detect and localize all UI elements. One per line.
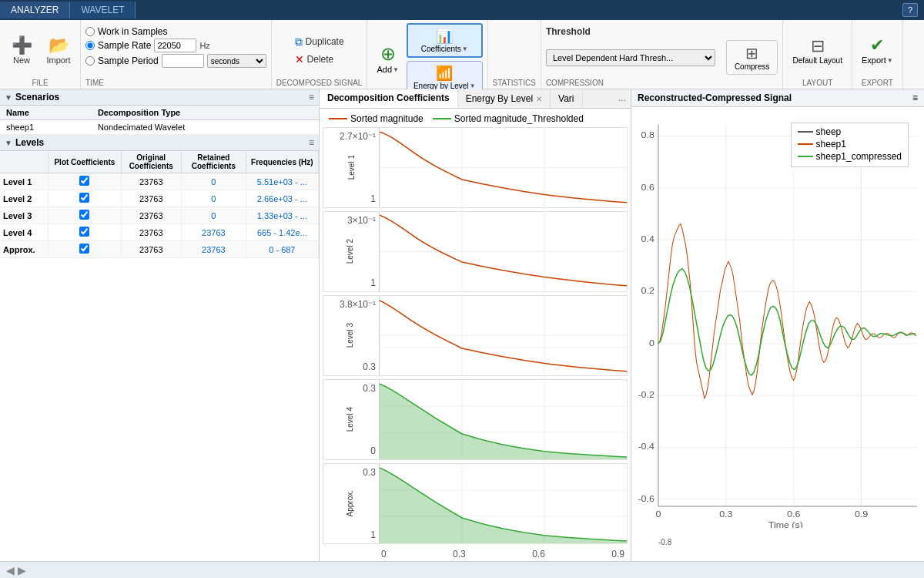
ribbon-file-buttons: ➕ New 📂 Import [5,23,75,77]
sample-period-radio[interactable] [85,56,95,66]
nav-right[interactable]: ▶ [18,564,26,576]
table-row[interactable]: sheep1Nondecimated Wavelet [0,120,319,135]
ribbon-display-section: ⊕ Add ▼ 📊 Coefficients ▼ [367,20,487,89]
nav-left[interactable]: ◀ [6,564,15,576]
level-plot-checkbox-cell[interactable] [49,173,121,190]
new-button[interactable]: ➕ New [5,33,38,67]
energy-dropdown[interactable]: ▼ [470,82,476,89]
right-legend-sheep: sheep [798,126,902,137]
decomposed-col: ⧉ Duplicate ✕ Delete [290,34,349,67]
level-name: Level 2 [0,190,49,207]
default-layout-button[interactable]: ⊟ Default Layout [788,34,847,67]
tab-energy-by-level[interactable]: Energy By Level ✕ [458,89,551,108]
levels-header: ▼ Levels ≡ [0,135,319,151]
svg-text:0.6: 0.6 [787,509,801,519]
tab-wavelet[interactable]: WAVELET [70,2,136,18]
duplicate-button[interactable]: ⧉ Duplicate [290,34,349,50]
level-plot-checkbox-cell[interactable] [49,190,121,207]
level-plot-checkbox[interactable] [79,193,89,203]
title-bar-right: ? [902,3,924,17]
import-button[interactable]: 📂 Import [42,33,75,67]
level-plot-checkbox-cell[interactable] [49,241,121,258]
right-panel-menu[interactable]: ≡ [912,92,918,103]
export-button[interactable]: ✔ Export ▼ [857,33,898,67]
tab-decomposition-coefficients[interactable]: Decomposition Coefficients [320,89,458,108]
chart-level4: 0.3 Level 4 0 [323,379,628,460]
help-button[interactable]: ? [902,3,918,17]
chart-level1-area [379,128,627,207]
work-in-samples-option[interactable]: Work in Samples [85,26,266,37]
legend-sorted-magnitude: Sorted magnitude [329,113,424,124]
scenarios-triangle[interactable]: ▼ [5,93,12,102]
chart-approx-name: Approx. [346,490,354,516]
main-area: ▼ Scenarios ≡ Name Decomposition Type sh… [0,89,924,561]
compress-button[interactable]: ⊞ Compress [726,40,778,75]
threshold-select[interactable]: Level Dependent Hard Thresh... [546,49,715,66]
level-plot-checkbox[interactable] [79,227,89,237]
chart-level4-ylabel: 0.3 Level 4 0 [323,380,379,459]
levels-col-original: Original Coefficients [121,151,182,173]
duplicate-label: Duplicate [306,36,344,47]
sample-period-option[interactable]: Sample Period seconds milliseconds [85,54,266,68]
level-plot-checkbox[interactable] [79,210,89,220]
table-row[interactable]: Approx. 23763 23763 0 - 687 [0,241,319,258]
scenarios-table: Name Decomposition Type sheep1Nondecimat… [0,106,319,135]
svg-text:-0.4: -0.4 [638,442,654,452]
svg-text:0.8: 0.8 [641,130,655,140]
ribbon-export-section: ✔ Export ▼ EXPORT [852,20,903,89]
legend-sorted-magnitude-thresholded: Sorted magnitude_Thresholded [433,113,584,124]
add-button[interactable]: ⊕ Add ▼ [372,41,403,76]
svg-text:-0.6: -0.6 [638,493,654,503]
layout-section-label: LAYOUT [802,77,832,87]
add-dropdown[interactable]: ▼ [393,66,399,73]
work-in-samples-radio[interactable] [85,27,95,36]
coefficients-button[interactable]: 📊 Coefficients ▼ [407,23,483,58]
charts-area: Sorted magnitude Sorted magnitude_Thresh… [320,109,631,561]
legend-green-line [433,118,451,119]
ribbon-decomposed-section: ⧉ Duplicate ✕ Delete DECOMPOSED SIGNAL [272,20,368,89]
sample-rate-input[interactable] [154,39,196,52]
coeff-dropdown[interactable]: ▼ [462,45,468,52]
sample-rate-radio[interactable] [85,41,95,50]
ribbon-time-section: Work in Samples Sample Rate Hz Sample Pe… [81,20,272,89]
chart-level4-area [379,380,627,459]
level-plot-checkbox[interactable] [79,244,89,254]
sample-rate-option[interactable]: Sample Rate Hz [85,39,266,52]
legend-orange-line [329,118,347,119]
delete-label: Delete [307,54,334,65]
sample-period-input[interactable] [162,54,204,68]
energy-icon: 📶 [436,65,453,82]
levels-menu-button[interactable]: ≡ [309,137,314,148]
export-dropdown[interactable]: ▼ [887,57,893,64]
svg-rect-23 [634,110,921,528]
xaxis-09: 0.9 [611,549,624,560]
layout-icon: ⊟ [811,36,825,56]
new-label: New [13,55,30,65]
sheep1-line [798,143,813,145]
level-freq: 5.51e+03 - ... [246,173,318,190]
svg-text:0.9: 0.9 [855,509,869,519]
tab-analyzer[interactable]: ANALYZER [0,2,70,18]
chart-level3-area [379,296,627,375]
table-row[interactable]: Level 2 23763 0 2.66e+03 - ... [0,190,319,207]
tab-vari[interactable]: Vari [551,89,582,108]
sample-period-unit-select[interactable]: seconds milliseconds [207,54,266,68]
table-row[interactable]: Level 4 23763 23763 665 - 1.42e... [0,224,319,241]
export-label: Export [862,55,886,65]
tab2-label: Energy By Level [466,93,533,104]
hz-unit: Hz [199,41,209,50]
level-plot-checkbox-cell[interactable] [49,207,121,224]
scenarios-menu-button[interactable]: ≡ [309,92,314,102]
tabs-more-menu[interactable]: ... [614,89,631,108]
tab2-close[interactable]: ✕ [536,95,542,103]
table-row[interactable]: Level 1 23763 0 5.51e+03 - ... [0,173,319,190]
table-row[interactable]: Level 3 23763 0 1.33e+03 - ... [0,207,319,224]
delete-button[interactable]: ✕ Delete [290,52,349,67]
level-plot-checkbox[interactable] [79,176,89,186]
levels-triangle[interactable]: ▼ [5,139,12,147]
nav-arrows: ◀ ▶ [6,564,26,576]
file-section-label: FILE [32,77,48,87]
svg-text:0: 0 [649,338,654,348]
svg-text:0.3: 0.3 [719,509,733,519]
level-plot-checkbox-cell[interactable] [49,224,121,241]
